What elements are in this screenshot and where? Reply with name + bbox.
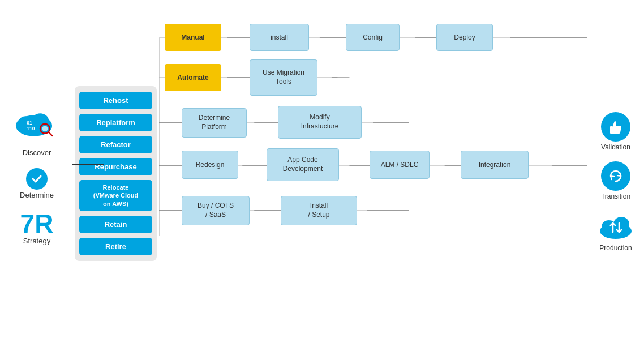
transition-label: Transition xyxy=(601,192,630,200)
svg-point-6 xyxy=(42,126,48,131)
integration-box[interactable]: Integration xyxy=(461,151,529,179)
discover-dash xyxy=(37,159,37,166)
migration-tools-box[interactable]: Use Migration Tools xyxy=(250,59,317,96)
modify-infra-box[interactable]: Modify Infrastucture xyxy=(278,106,362,139)
deploy-box[interactable]: Deploy xyxy=(436,24,493,51)
right-panel: Validation Transition xyxy=(587,95,644,252)
transition-circle xyxy=(601,161,630,191)
production-cloud-icon xyxy=(598,211,634,242)
install-setup-box[interactable]: Install / Setup xyxy=(281,196,357,225)
production-cloud-svg xyxy=(598,211,634,240)
svg-text:110: 110 xyxy=(27,126,35,131)
cloud-icon: 01 110 xyxy=(11,108,62,147)
relocate-button[interactable]: Relocate (VMware Cloud on AWS) xyxy=(79,180,152,211)
svg-text:01: 01 xyxy=(27,120,32,126)
retire-button[interactable]: Retire xyxy=(79,238,152,255)
install-box[interactable]: install xyxy=(250,24,309,51)
svg-rect-32 xyxy=(610,126,612,134)
replatform-button[interactable]: Replatform xyxy=(79,114,152,131)
validation-item: Validation xyxy=(601,112,630,151)
production-label: Production xyxy=(599,244,632,252)
thumbs-up-icon xyxy=(608,119,624,135)
retain-button[interactable]: Retain xyxy=(79,216,152,233)
determine-dash xyxy=(37,202,37,208)
production-item: Production xyxy=(598,211,634,252)
manual-box[interactable]: Manual xyxy=(165,24,221,51)
strategies-panel: Rehost Replatform Refactor Repurchase Re… xyxy=(75,86,157,261)
refactor-button[interactable]: Refactor xyxy=(79,136,152,153)
left-panel: 01 110 Discover Determine 7R Strategy xyxy=(0,102,74,245)
alm-box[interactable]: ALM / SDLC xyxy=(370,151,430,179)
discover-label: Discover xyxy=(23,148,51,157)
refresh-icon xyxy=(608,168,624,184)
seven-r-label: 7R xyxy=(20,211,54,237)
svg-line-7 xyxy=(48,132,52,136)
config-box[interactable]: Config xyxy=(346,24,400,51)
validation-circle xyxy=(601,112,630,142)
strategy-label: Strategy xyxy=(23,237,50,245)
determine-platform-box[interactable]: Determine Platform xyxy=(182,108,247,138)
redesign-box[interactable]: Redesign xyxy=(182,151,238,179)
7r-connector-line xyxy=(72,164,104,165)
app-code-box[interactable]: App Code Development xyxy=(267,148,339,181)
automate-box[interactable]: Automate xyxy=(165,64,221,91)
transition-item: Transition xyxy=(601,161,630,200)
validation-label: Validation xyxy=(601,143,630,151)
determine-label: Determine xyxy=(20,191,54,199)
checkmark-icon xyxy=(31,173,43,185)
rehost-button[interactable]: Rehost xyxy=(79,92,152,109)
buy-cots-box[interactable]: Buy / COTS / SaaS xyxy=(182,196,250,225)
workflow-area: Manual install Config Deploy Automate Us… xyxy=(159,10,587,338)
determine-circle xyxy=(26,168,48,190)
repurchase-button[interactable]: Repurchase xyxy=(79,158,152,175)
